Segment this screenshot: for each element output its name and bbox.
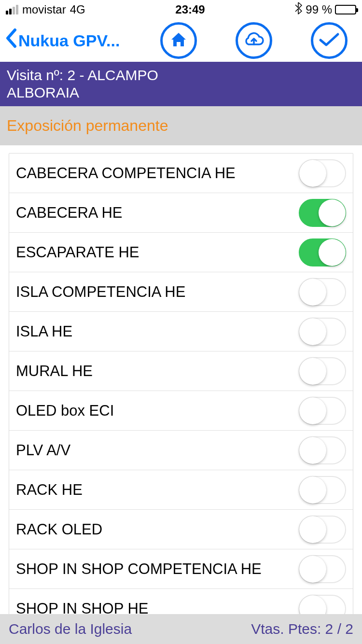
visit-header: Visita nº: 2 - ALCAMPO ALBORAIA: [0, 62, 362, 106]
list-item: RACK OLED: [9, 510, 353, 549]
toggle-list[interactable]: CABECERA COMPETENCIA HECABECERA HEESCAPA…: [9, 153, 353, 628]
toggle-switch[interactable]: [299, 357, 346, 385]
list-item: RACK HE: [9, 470, 353, 510]
toggle-switch[interactable]: [299, 199, 346, 227]
list-item: PLV A/V: [9, 431, 353, 470]
home-icon: [169, 30, 188, 51]
clock: 23:49: [175, 3, 205, 16]
toggle-switch[interactable]: [299, 238, 346, 266]
toggle-switch[interactable]: [299, 159, 346, 187]
bluetooth-icon: [295, 2, 303, 17]
battery-percent: 99 %: [306, 3, 332, 16]
list-item-label: MURAL HE: [16, 363, 93, 380]
back-title: Nukua GPV...: [18, 31, 120, 50]
footer-pending: Vtas. Ptes: 2 / 2: [251, 621, 353, 637]
back-button[interactable]: Nukua GPV...: [5, 28, 120, 54]
footer-user: Carlos de la Iglesia: [9, 621, 132, 637]
confirm-button[interactable]: [311, 22, 348, 59]
status-bar: movistar 4G 23:49 99 %: [0, 0, 362, 19]
section-header: Exposición permanente: [0, 106, 362, 145]
carrier-label: movistar: [22, 3, 66, 16]
list-item: ISLA HE: [9, 312, 353, 351]
list-item: CABECERA COMPETENCIA HE: [9, 154, 353, 193]
visit-line1: Visita nº: 2 - ALCAMPO: [7, 67, 355, 84]
toggle-switch[interactable]: [299, 278, 346, 306]
list-item-label: SHOP IN SHOP COMPETENCIA HE: [16, 560, 262, 578]
status-right: 99 %: [295, 2, 356, 17]
chevron-left-icon: [5, 28, 17, 54]
toggle-switch[interactable]: [299, 555, 346, 583]
list-item: CABECERA HE: [9, 193, 353, 233]
footer-bar: Carlos de la Iglesia Vtas. Ptes: 2 / 2: [0, 614, 362, 644]
list-item-label: RACK OLED: [16, 521, 102, 538]
toggle-switch[interactable]: [299, 476, 346, 504]
list-item: MURAL HE: [9, 351, 353, 391]
check-icon: [319, 31, 340, 50]
list-item: ISLA COMPETENCIA HE: [9, 272, 353, 312]
upload-button[interactable]: [236, 22, 272, 59]
signal-icon: [6, 5, 18, 14]
list-item: SHOP IN SHOP COMPETENCIA HE: [9, 549, 353, 589]
network-label: 4G: [70, 3, 85, 16]
list-item-label: RACK HE: [16, 481, 83, 499]
status-left: movistar 4G: [6, 3, 85, 16]
list-item-label: CABECERA COMPETENCIA HE: [16, 165, 236, 182]
section-title: Exposición permanente: [7, 117, 168, 134]
list-item-label: ISLA HE: [16, 323, 72, 340]
toggle-switch[interactable]: [299, 397, 346, 425]
battery-icon: [335, 5, 356, 14]
list-item-label: OLED box ECI: [16, 402, 114, 420]
toggle-switch[interactable]: [299, 516, 346, 544]
list-item-label: PLV A/V: [16, 442, 70, 459]
list-item: ESCAPARATE HE: [9, 233, 353, 272]
list-item-label: ISLA COMPETENCIA HE: [16, 283, 185, 301]
home-button[interactable]: [160, 22, 197, 59]
nav-bar: Nukua GPV...: [0, 19, 362, 62]
list-item: OLED box ECI: [9, 391, 353, 431]
list-item-label: ESCAPARATE HE: [16, 244, 139, 261]
cloud-upload-icon: [243, 30, 265, 51]
toggle-switch[interactable]: [299, 436, 346, 464]
visit-line2: ALBORAIA: [7, 84, 355, 101]
list-item-label: CABECERA HE: [16, 204, 123, 222]
toggle-switch[interactable]: [299, 318, 346, 346]
